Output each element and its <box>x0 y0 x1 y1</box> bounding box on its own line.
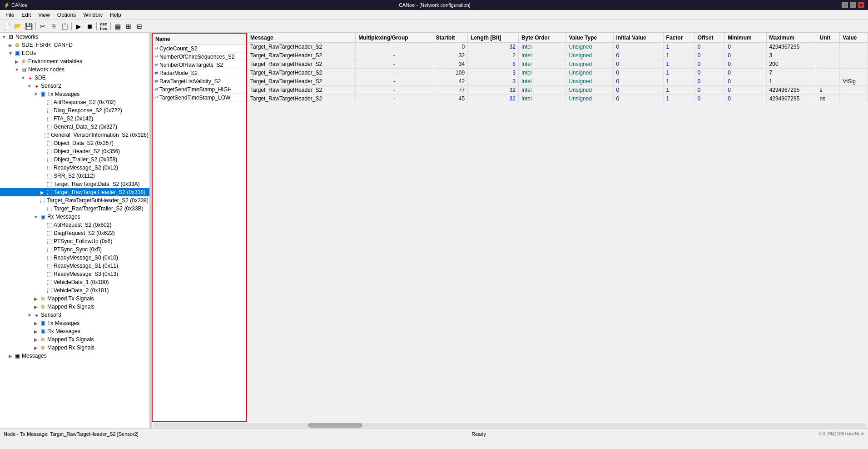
table-row[interactable]: Target_RawTargetHeader_S2 - 34 8 Intel U… <box>248 60 868 69</box>
tree-node-env[interactable]: ▶ ⊛ Environment variables <box>0 57 149 65</box>
sensor3-mrx-icon: ⊛ <box>39 344 46 351</box>
signal-name-row[interactable]: ⇄NumberOfChirpSequences_S2 <box>153 53 246 61</box>
menu-window[interactable]: Window <box>79 11 106 19</box>
tree-node-ecus[interactable]: ▼ ▣ ECUs <box>0 49 149 57</box>
tree-node-tgt-rawsubhdr[interactable]: ▶ ⬚ Target_RawTargetSubHeader_S2 (0x339) <box>0 196 149 205</box>
signal-details-panel[interactable]: Message Multiplexing/Group Startbit Leng… <box>247 33 868 422</box>
th-value: Value <box>840 33 868 43</box>
expand-env[interactable]: ▶ <box>14 58 20 65</box>
table-row[interactable]: Target_RawTargetHeader_S2 - 32 2 Intel U… <box>248 51 868 60</box>
ready-msg-icon: ⬚ <box>45 164 53 171</box>
expand-rx-messages[interactable]: ▼ <box>33 214 39 220</box>
open-button[interactable]: 📂 <box>13 21 23 31</box>
signal-icon: ⇄ <box>154 70 158 75</box>
expand-ecus[interactable]: ▼ <box>7 50 14 56</box>
hex-button[interactable]: dechex <box>99 21 109 31</box>
sensor3-mrx-label: Mapped Rx Signals <box>47 344 94 351</box>
view3-button[interactable]: ⊟ <box>134 21 144 31</box>
table-row[interactable]: Target_RawTargetHeader_S2 - 109 3 Intel … <box>248 69 868 77</box>
tree-node-ptsync-fu[interactable]: ▶ ⬚ PTSync_FollowUp (0x6) <box>0 237 149 245</box>
tree-node-sensor2[interactable]: ▼ ⬥ Sensor2 <box>0 82 149 90</box>
tree-node-mapped-rx[interactable]: ▶ ⊛ Mapped Rx Signals <box>0 303 149 311</box>
close-button[interactable]: ✕ <box>858 2 864 8</box>
signal-name-row[interactable]: ⇄TargetSendTimeStamp_LOW <box>153 94 246 102</box>
minimize-button[interactable]: − <box>842 2 848 8</box>
tree-node-gen-ver[interactable]: ▶ ⬚ General_VersionInformation_S2 (0x326… <box>0 131 149 139</box>
tree-node-ready-s3[interactable]: ▶ ⬚ ReadyMessage_S3 (0x13) <box>0 270 149 278</box>
tree-node-sde[interactable]: ▼ ⬥ SDE <box>0 74 149 82</box>
expand-sde-fsrr[interactable]: ▶ <box>7 42 14 48</box>
tree-node-ready-s1[interactable]: ▶ ⬚ ReadyMessage_S1 (0x11) <box>0 262 149 270</box>
horizontal-scrollbar[interactable] <box>152 422 868 428</box>
tree-node-tgt-rawtrailer[interactable]: ▶ ⬚ Target_RawTargetTrailer_S2 (0x33B) <box>0 205 149 213</box>
th-byteorder: Byte Order <box>518 33 565 43</box>
tree-node-obj-data[interactable]: ▶ ⬚ Object_Data_S2 (0x357) <box>0 139 149 147</box>
signal-name-row[interactable]: ⇄RadarMode_S2 <box>153 69 246 77</box>
expand-sde[interactable]: ▼ <box>20 75 26 81</box>
expand-networks[interactable]: ▼ <box>1 34 7 40</box>
hscroll-thumb[interactable] <box>308 423 362 428</box>
obj-hdr-label: Object_Header_S2 (0x356) <box>54 148 120 155</box>
tree-node-obj-trail[interactable]: ▶ ⬚ Object_Trailer_S2 (0x358) <box>0 155 149 164</box>
table-row[interactable]: Target_RawTargetHeader_S2 - 0 32 Intel U… <box>248 43 868 51</box>
expand-network-nodes[interactable]: ▼ <box>14 66 20 73</box>
diag-req-label: DiagRequest_S2 (0x622) <box>54 230 115 236</box>
sensor3-label: Sensor3 <box>41 312 61 318</box>
tree-node-mapped-tx[interactable]: ▶ ⊛ Mapped Tx Signals <box>0 294 149 303</box>
signal-name-row[interactable]: ⇄RawTargetListValidity_S2 <box>153 77 246 85</box>
tree-panel[interactable]: ▼ ⊞ Networks ▶ ⊛ SDE_FSRR_CANFD ▼ ▣ ECUs… <box>0 33 150 428</box>
tree-node-sensor3-tx[interactable]: ▶ ▣ Tx Messages <box>0 319 149 327</box>
expand-tx-messages[interactable]: ▼ <box>33 91 39 97</box>
save-button[interactable]: 💾 <box>24 21 34 31</box>
tree-node-tgt-rawdata[interactable]: ▶ ⬚ Target_RawTargetData_S2 (0x33A) <box>0 180 149 188</box>
expand-sensor2[interactable]: ▼ <box>26 83 33 89</box>
maximize-button[interactable]: □ <box>850 2 856 8</box>
tree-node-sensor3-rx[interactable]: ▶ ▣ Rx Messages <box>0 327 149 335</box>
new-button[interactable]: 📄 <box>2 21 12 31</box>
tree-node-ready-msg[interactable]: ▶ ⬚ ReadyMessage_S2 (0x12) <box>0 164 149 172</box>
tree-node-network-nodes[interactable]: ▼ ▤ Network nodes <box>0 65 149 74</box>
tree-node-vehicle2[interactable]: ▶ ⬚ VehicleData_2 (0x101) <box>0 286 149 294</box>
tree-node-ready-s0[interactable]: ▶ ⬚ ReadyMessage_S0 (0x10) <box>0 254 149 262</box>
tree-node-sensor3-mrx[interactable]: ▶ ⊛ Mapped Rx Signals <box>0 344 149 352</box>
tree-node-srr[interactable]: ▶ ⬚ SRR_S2 (0x112) <box>0 172 149 180</box>
tree-node-networks[interactable]: ▼ ⊞ Networks <box>0 33 149 41</box>
tree-node-atif-req[interactable]: ▶ ⬚ AtifRequest_S2 (0x602) <box>0 221 149 229</box>
signal-name-row[interactable]: ⇄TargetSendTimeStamp_HIGH <box>153 85 246 94</box>
paste-button[interactable]: 📋 <box>60 21 69 31</box>
menu-help[interactable]: Help <box>106 11 125 19</box>
table-row[interactable]: Target_RawTargetHeader_S2 - 42 3 Intel U… <box>248 77 868 86</box>
tree-node-messages[interactable]: ▶ ▣ Messages <box>0 352 149 360</box>
tree-node-fta[interactable]: ▶ ⬚ FTA_S2 (0x142) <box>0 115 149 123</box>
signal-name-row[interactable]: ⇄NumberOfRawTargets_S2 <box>153 61 246 69</box>
ecus-label: ECUs <box>22 50 36 56</box>
tree-node-diag-req[interactable]: ▶ ⬚ DiagRequest_S2 (0x622) <box>0 229 149 237</box>
hscroll-track[interactable] <box>154 423 866 428</box>
view1-button[interactable]: ▤ <box>113 21 123 31</box>
copy-button[interactable]: ⎘ <box>49 21 59 31</box>
tree-node-rx-messages[interactable]: ▼ ▣ Rx Messages <box>0 213 149 221</box>
tree-node-tx-messages[interactable]: ▼ ▣ Tx Messages <box>0 90 149 98</box>
tree-node-ptsync[interactable]: ▶ ⬚ PTSync_Sync (0x5) <box>0 245 149 254</box>
tree-node-diag-resp[interactable]: ▶ ⬚ Diag_Response_S2 (0x722) <box>0 106 149 115</box>
tree-node-atif[interactable]: ▶ ⬚ AtifResponse_S2 (0x702) <box>0 98 149 106</box>
table-row[interactable]: Target_RawTargetHeader_S2 - 77 32 Intel … <box>248 86 868 95</box>
tree-node-tgt-rawhdr[interactable]: ▶ ⬚ Target_RawTargetHeader_S2 (0x338) <box>0 188 149 196</box>
tree-node-gen-data[interactable]: ▶ ⬚ General_Data_S2 (0x327) <box>0 123 149 131</box>
menu-options[interactable]: Options <box>54 11 79 19</box>
tree-node-vehicle1[interactable]: ▶ ⬚ VehicleData_1 (0x100) <box>0 278 149 286</box>
tree-node-sde-fsrr[interactable]: ▶ ⊛ SDE_FSRR_CANFD <box>0 41 149 49</box>
view2-button[interactable]: ⊞ <box>124 21 134 31</box>
stop-button[interactable]: ⏹ <box>84 21 94 31</box>
start-button[interactable]: ▶ <box>74 21 84 31</box>
table-row[interactable]: Target_RawTargetHeader_S2 - 45 32 Intel … <box>248 95 868 103</box>
menu-file[interactable]: File <box>2 11 18 19</box>
menu-view[interactable]: View <box>35 11 54 19</box>
signal-name-row[interactable]: ⇄CycleCount_S2 <box>153 45 246 53</box>
cut-button[interactable]: ✂ <box>38 21 48 31</box>
obj-hdr-icon: ⬚ <box>45 148 53 155</box>
menu-edit[interactable]: Edit <box>18 11 35 19</box>
tree-node-obj-hdr[interactable]: ▶ ⬚ Object_Header_S2 (0x356) <box>0 147 149 155</box>
tree-node-sensor3-mtx[interactable]: ▶ ⊛ Mapped Tx Signals <box>0 335 149 344</box>
tree-node-sensor3[interactable]: ▼ ⬥ Sensor3 <box>0 311 149 319</box>
